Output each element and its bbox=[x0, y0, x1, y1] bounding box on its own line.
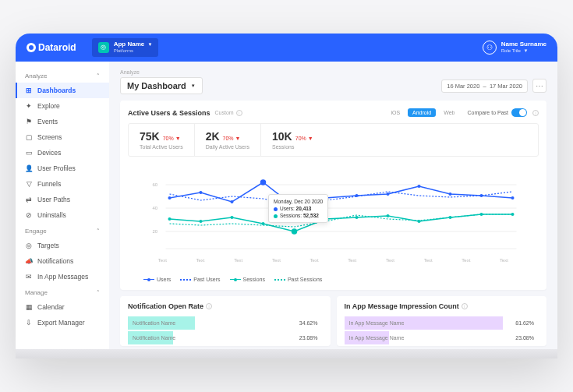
calendar-icon: ▦ bbox=[25, 303, 33, 311]
inapp-impression-card: In App Message Impression Counti In App … bbox=[337, 296, 547, 346]
svg-point-4 bbox=[168, 196, 172, 200]
sidebar-item-label: Dashboards bbox=[37, 87, 76, 94]
sidebar-item-in-app-messages[interactable]: ✉In App Messages bbox=[16, 269, 109, 284]
chart-tooltip: Monday, Dec 20 2020 Users: 20,413 Sessio… bbox=[268, 194, 328, 223]
y-tick: 60 bbox=[153, 182, 158, 187]
tooltip-sessions: 52,532 bbox=[303, 213, 319, 218]
bar-row[interactable]: In App Message Name23.08% bbox=[345, 331, 539, 344]
funnels-icon: ▽ bbox=[25, 180, 33, 188]
user-menu[interactable]: ⚇ Name Surname Role Title ▼ bbox=[483, 41, 546, 55]
more-menu-button[interactable]: ⋯ bbox=[532, 79, 546, 93]
compare-label: Compare to Past bbox=[467, 110, 508, 115]
sidebar-item-devices[interactable]: ▭Devices bbox=[16, 145, 109, 161]
sidebar-item-funnels[interactable]: ▽Funnels bbox=[16, 176, 109, 192]
info-icon[interactable]: i bbox=[532, 110, 539, 116]
sidebar-item-screens[interactable]: ▢Screens bbox=[16, 129, 109, 145]
sidebar-group-engage[interactable]: Engage˄ bbox=[16, 223, 109, 238]
app-platforms: Platforms bbox=[114, 48, 153, 54]
card-title: Notification Open Rate bbox=[128, 302, 203, 310]
date-range-picker[interactable]: 16 Mar 2020 – 17 Mar 2020 bbox=[441, 79, 528, 93]
notification-rate-card: Notification Open Ratei Notification Nam… bbox=[120, 296, 331, 346]
user-paths-icon: ⇄ bbox=[25, 196, 33, 203]
date-from: 16 Mar 2020 bbox=[447, 83, 479, 90]
svg-point-17 bbox=[200, 220, 203, 223]
explore-icon: ✦ bbox=[25, 102, 33, 110]
uninstalls-icon: ⊘ bbox=[25, 211, 33, 219]
card-title: Active Users & Sessions bbox=[128, 109, 210, 117]
kpi-delta: 70% ▼ bbox=[223, 136, 241, 141]
legend-past-users[interactable]: Past Users bbox=[180, 277, 220, 282]
sidebar-item-notifications[interactable]: 📣Notifications bbox=[16, 253, 109, 269]
app-selector[interactable]: ◎ App Name ▼ Platforms bbox=[92, 38, 159, 56]
chevron-up-icon: ˄ bbox=[97, 290, 100, 296]
bar-value: 81.62% bbox=[515, 320, 534, 326]
sidebar-item-export-manager[interactable]: ⇩Export Manager bbox=[16, 315, 109, 330]
sidebar-item-calendar[interactable]: ▦Calendar bbox=[16, 299, 109, 315]
user-name: Name Surname bbox=[501, 41, 546, 48]
sidebar-item-uninstalls[interactable]: ⊘Uninstalls bbox=[16, 207, 109, 223]
svg-point-23 bbox=[387, 214, 390, 217]
caret-down-icon: ▼ bbox=[191, 83, 196, 88]
dashboards-icon: ⊞ bbox=[25, 87, 33, 94]
x-axis-label: Text bbox=[462, 258, 470, 263]
caret-down-icon: ▼ bbox=[147, 42, 152, 47]
sidebar-item-dashboards[interactable]: ⊞Dashboards bbox=[16, 83, 109, 98]
y-tick: 20 bbox=[153, 229, 158, 234]
svg-point-25 bbox=[449, 216, 452, 219]
platform-tab-android[interactable]: Android bbox=[408, 108, 436, 117]
sidebar-group-manage[interactable]: Manage˄ bbox=[16, 284, 109, 299]
chevron-up-icon: ˄ bbox=[97, 73, 100, 79]
avatar-icon: ⚇ bbox=[483, 41, 497, 55]
sidebar-item-targets[interactable]: ◎Targets bbox=[16, 238, 109, 253]
sidebar-item-explore[interactable]: ✦Explore bbox=[16, 98, 109, 114]
sidebar-item-user-profiles[interactable]: 👤User Profiles bbox=[16, 161, 109, 176]
dashboard-title: My Dashboard bbox=[127, 81, 186, 90]
brand-logo: Dataroid bbox=[27, 42, 76, 53]
legend-past-sessions[interactable]: Past Sessions bbox=[274, 277, 322, 282]
data-points bbox=[168, 180, 515, 234]
dashboard-selector[interactable]: My Dashboard ▼ bbox=[120, 77, 203, 94]
sidebar-item-label: In App Messages bbox=[37, 273, 88, 281]
sidebar-item-user-paths[interactable]: ⇄User Paths bbox=[16, 192, 109, 207]
sidebar-item-label: Explore bbox=[37, 102, 60, 110]
active-users-card: Active Users & Sessions Customi iOSAndro… bbox=[120, 101, 546, 290]
sidebar-group-analyze[interactable]: Analyze˄ bbox=[16, 68, 109, 83]
bar-label: In App Message Name bbox=[349, 320, 405, 326]
bar-row[interactable]: Notification Name34.62% bbox=[128, 316, 323, 330]
x-axis-label: Text bbox=[196, 258, 205, 263]
y-tick: 40 bbox=[153, 206, 158, 210]
svg-point-16 bbox=[168, 217, 172, 221]
bar-row[interactable]: Notification Name23.08% bbox=[128, 331, 323, 344]
legend-users[interactable]: Users bbox=[143, 277, 171, 282]
compare-toggle[interactable] bbox=[511, 108, 527, 117]
platform-tab-web[interactable]: Web bbox=[439, 108, 459, 117]
info-icon[interactable]: i bbox=[236, 110, 242, 116]
info-icon[interactable]: i bbox=[462, 303, 468, 309]
bar-value: 23.08% bbox=[299, 335, 318, 341]
bar-value: 34.62% bbox=[299, 320, 318, 326]
sidebar-item-label: Funnels bbox=[37, 180, 61, 188]
info-icon[interactable]: i bbox=[206, 303, 212, 309]
svg-point-15 bbox=[511, 196, 515, 200]
sidebar-item-label: Devices bbox=[37, 149, 61, 157]
sidebar-item-events[interactable]: ⚑Events bbox=[16, 114, 109, 129]
svg-point-19 bbox=[262, 222, 265, 225]
sidebar: Analyze˄⊞Dashboards✦Explore⚑Events▢Scree… bbox=[16, 62, 109, 358]
platform-tab-ios[interactable]: iOS bbox=[386, 108, 405, 117]
screens-icon: ▢ bbox=[25, 133, 33, 141]
svg-point-27 bbox=[511, 213, 515, 216]
legend-sessions[interactable]: Sessions bbox=[230, 277, 265, 282]
dot-icon bbox=[274, 214, 278, 218]
sidebar-item-label: Screens bbox=[37, 133, 62, 141]
svg-point-13 bbox=[449, 192, 452, 196]
x-axis-label: Text bbox=[424, 258, 433, 263]
svg-point-7 bbox=[261, 180, 266, 185]
bar-row[interactable]: In App Message Name81.62% bbox=[345, 316, 539, 330]
targets-icon: ◎ bbox=[25, 242, 33, 249]
bar-label: Notification Name bbox=[133, 320, 175, 326]
notifications-icon: 📣 bbox=[25, 257, 33, 265]
kpi-label: Total Active Users bbox=[140, 144, 183, 150]
kpi-value: 75K bbox=[140, 130, 160, 143]
chart-area: 60 40 20 bbox=[128, 163, 539, 272]
svg-point-6 bbox=[231, 200, 234, 203]
